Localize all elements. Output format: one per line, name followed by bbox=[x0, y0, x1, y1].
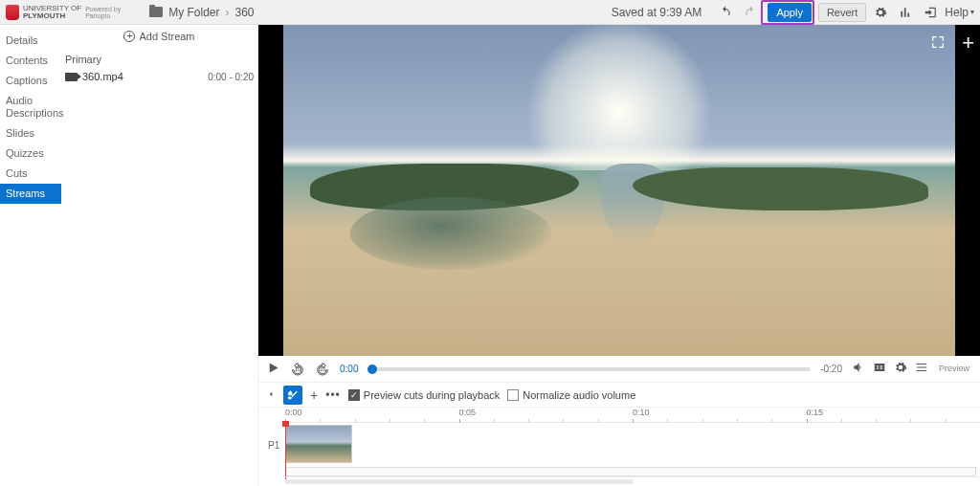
preview-label: Preview bbox=[936, 364, 972, 373]
timeline-toolbar: + ••• ✓ Preview cuts during playback Nor… bbox=[258, 383, 980, 408]
forward-10-button[interactable]: 10 bbox=[315, 362, 330, 377]
add-overlay-button[interactable]: + bbox=[962, 31, 974, 55]
volume-button[interactable] bbox=[852, 361, 865, 377]
powered-by: Powered by Panopto bbox=[85, 6, 121, 19]
player-settings-button[interactable] bbox=[894, 361, 907, 377]
brand-text: UNIVERSITY OF PLYMOUTH bbox=[23, 5, 81, 20]
brand-shield-icon bbox=[6, 5, 19, 20]
sidebar-item-quizzes[interactable]: Quizzes bbox=[0, 144, 61, 164]
sidebar-item-cuts[interactable]: Cuts bbox=[0, 164, 61, 184]
player-controls: 10 10 0:00 -0:20 bbox=[258, 356, 980, 383]
left-sidebar: DetailsContentsCaptionsAudio Description… bbox=[0, 25, 61, 486]
apply-highlight: Apply bbox=[761, 0, 814, 25]
ruler-mark: 0:15 bbox=[807, 408, 824, 417]
normalize-audio-checkbox[interactable]: Normalize audio volume bbox=[507, 389, 635, 401]
stream-row[interactable]: 360.mp4 0:00 - 0:20 bbox=[65, 71, 254, 82]
main-area: DetailsContentsCaptionsAudio Description… bbox=[0, 25, 980, 486]
ruler-mark: 0:05 bbox=[459, 408, 477, 417]
chevron-right-icon: › bbox=[226, 6, 230, 19]
redo-button[interactable] bbox=[740, 3, 761, 22]
video-preview[interactable]: + bbox=[258, 25, 980, 356]
track-label: P1 bbox=[268, 440, 279, 451]
stream-filename: 360.mp4 bbox=[82, 71, 123, 82]
fullscreen-button[interactable] bbox=[928, 33, 947, 52]
clip-thumbnail[interactable] bbox=[285, 425, 352, 463]
remaining-time: -0:20 bbox=[820, 364, 842, 374]
add-stream-button[interactable]: + Add Stream bbox=[65, 31, 254, 42]
track-line[interactable] bbox=[285, 467, 976, 476]
video-icon bbox=[65, 73, 78, 81]
sidebar-item-audio-descriptions[interactable]: Audio Descriptions bbox=[0, 91, 61, 123]
timeline[interactable]: 0:000:050:100:15 P1 bbox=[258, 408, 980, 486]
top-bar: UNIVERSITY OF PLYMOUTH Powered by Panopt… bbox=[0, 0, 980, 25]
stats-button[interactable] bbox=[895, 3, 916, 22]
sidebar-item-details[interactable]: Details bbox=[0, 31, 61, 51]
current-time: 0:00 bbox=[340, 364, 358, 374]
stream-time-range: 0:00 - 0:20 bbox=[208, 72, 254, 82]
sidebar-item-streams[interactable]: Streams bbox=[0, 184, 61, 204]
breadcrumb-session[interactable]: 360 bbox=[235, 6, 255, 19]
exit-button[interactable] bbox=[920, 3, 941, 22]
right-panel: + 10 10 0:00 -0:20 bbox=[258, 25, 980, 486]
sidebar-item-slides[interactable]: Slides bbox=[0, 123, 61, 144]
sidebar-item-contents[interactable]: Contents bbox=[0, 51, 61, 71]
breadcrumb-folder[interactable]: My Folder bbox=[168, 6, 219, 19]
playhead[interactable] bbox=[285, 423, 286, 484]
saved-status: Saved at 9:39 AM bbox=[612, 6, 702, 19]
help-menu[interactable]: Help ▾ bbox=[945, 6, 974, 19]
sidebar-item-captions[interactable]: Captions bbox=[0, 71, 61, 91]
brand-line2: PLYMOUTH bbox=[23, 12, 81, 20]
breadcrumb: My Folder › 360 bbox=[149, 6, 254, 19]
timeline-ruler[interactable]: 0:000:050:100:15 bbox=[285, 408, 980, 423]
folder-icon bbox=[149, 7, 163, 17]
collapse-timeline-button[interactable] bbox=[266, 389, 276, 401]
checkbox-empty-icon bbox=[507, 389, 519, 401]
preview-cuts-checkbox[interactable]: ✓ Preview cuts during playback bbox=[348, 389, 500, 401]
cut-tool-button[interactable] bbox=[283, 386, 302, 405]
seek-handle[interactable] bbox=[368, 364, 377, 374]
captions-button[interactable] bbox=[873, 361, 886, 377]
apply-button[interactable]: Apply bbox=[768, 3, 812, 22]
timeline-scrollbar[interactable] bbox=[285, 476, 980, 486]
revert-button[interactable]: Revert bbox=[818, 3, 866, 22]
add-event-button[interactable]: + bbox=[310, 387, 318, 403]
checkbox-checked-icon: ✓ bbox=[348, 389, 360, 401]
layout-menu-button[interactable] bbox=[915, 361, 928, 377]
timeline-track[interactable]: P1 bbox=[285, 423, 980, 476]
rewind-10-button[interactable]: 10 bbox=[290, 362, 305, 377]
seek-bar[interactable] bbox=[368, 367, 811, 371]
video-frame bbox=[283, 25, 955, 356]
ruler-mark: 0:10 bbox=[633, 408, 650, 417]
undo-button[interactable] bbox=[715, 3, 736, 22]
stream-group-label: Primary bbox=[65, 54, 254, 65]
play-button[interactable] bbox=[266, 361, 280, 378]
plus-icon: + bbox=[123, 31, 135, 42]
more-tools-button[interactable]: ••• bbox=[325, 388, 341, 402]
chevron-down-icon: ▾ bbox=[970, 8, 974, 16]
settings-button[interactable] bbox=[870, 3, 891, 22]
streams-panel: + Add Stream Primary 360.mp4 0:00 - 0:20 bbox=[61, 25, 258, 486]
ruler-mark: 0:00 bbox=[285, 408, 302, 417]
